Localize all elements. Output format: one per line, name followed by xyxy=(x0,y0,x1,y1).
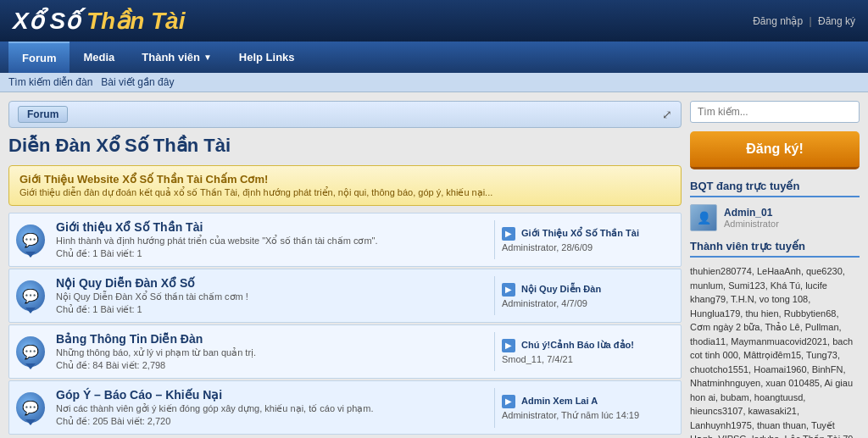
last-post-by: Administrator, 28/6/09 xyxy=(502,242,674,252)
forum-icon: 💬 xyxy=(16,225,45,255)
announcement-body: Giới thiệu diễn đàn dự đoán kết quả xổ s… xyxy=(19,187,670,198)
subnav-link-recent[interactable]: Bài viết gần đây xyxy=(101,76,174,88)
search-input[interactable] xyxy=(690,101,860,123)
members-online-list: thuhien280774, LeHaaAnh, que6230, munlum… xyxy=(690,264,860,438)
forum-stats: Chủ đề: 1 Bài viết: 1 xyxy=(56,304,490,315)
subnav-link-search[interactable]: Tìm kiếm diễn đàn xyxy=(8,76,92,88)
announcement-title: Giới Thiệu Website Xổ Số Thần Tài Chấm C… xyxy=(19,173,670,186)
forum-desc: Nơi các thành viên gởi ý kiến đóng góp x… xyxy=(56,403,490,414)
forum-row: 💬 Nội Quy Diễn Đàn Xổ Số Nội Quy Diễn Đà… xyxy=(8,269,682,323)
nav-item-members[interactable]: Thành viên ▼ xyxy=(128,42,225,73)
nav-item-forum[interactable]: Forum xyxy=(8,42,70,73)
sidebar: Đăng ký! BQT đang trực tuyến 👤 Admin_01 … xyxy=(690,101,860,438)
site-header: Xổ Số Thần Tài Đăng nhập | Đăng ký xyxy=(0,0,868,42)
forum-list: 💬 Giới thiệu Xổ Số Thần Tài Hình thành v… xyxy=(8,213,682,435)
forum-icon: 💬 xyxy=(16,392,45,423)
last-post-title[interactable]: Giới Thiệu Xổ Số Thần Tài xyxy=(521,228,639,238)
content-area: Forum ⤢ Diễn Đàn Xổ Số Thần Tài Giới Thi… xyxy=(8,101,682,438)
forum-icon-cell: 💬 xyxy=(9,218,52,262)
forum-info-cell: Nội Quy Diễn Đàn Xổ Số Nội Quy Diễn Đàn … xyxy=(52,269,494,322)
header-auth-links: Đăng nhập | Đăng ký xyxy=(753,15,855,27)
site-title-highlight: Thần Tài xyxy=(86,8,186,34)
last-post-title[interactable]: Nội Quy Diễn Đàn xyxy=(521,284,601,294)
chevron-down-icon: ▼ xyxy=(203,53,212,62)
expand-icon[interactable]: ⤢ xyxy=(662,108,672,121)
forum-row: 💬 Giới thiệu Xổ Số Thần Tài Hình thành v… xyxy=(8,213,682,267)
nav-item-help[interactable]: Help Links xyxy=(225,42,309,73)
announcement-box: Giới Thiệu Website Xổ Số Thần Tài Chấm C… xyxy=(8,165,682,206)
last-post-title[interactable]: Admin Xem Lai A xyxy=(521,395,598,405)
forum-name[interactable]: Bảng Thông Tin Diễn Đàn xyxy=(56,332,490,346)
admin-name[interactable]: Admin_01 xyxy=(724,207,779,219)
forum-stats: Chủ đề: 84 Bài viết: 2,798 xyxy=(56,360,490,371)
forum-name[interactable]: Góp Ý – Báo Cáo – Khiếu Nại xyxy=(56,388,490,402)
forum-icon-cell: 💬 xyxy=(9,385,52,430)
forum-last-post: ▶ Chú ý!Cảnh Báo lừa đảo! Smod_11, 7/4/2… xyxy=(494,332,681,371)
site-title-plain: Xổ Số xyxy=(13,8,86,34)
register-button[interactable]: Đăng ký! xyxy=(690,131,860,169)
forum-info-cell: Góp Ý – Báo Cáo – Khiếu Nại Nơi các thàn… xyxy=(52,381,494,434)
forum-stats: Chủ đề: 1 Bài viết: 1 xyxy=(56,248,490,259)
last-post-icon: ▶ xyxy=(502,283,515,297)
login-link[interactable]: Đăng nhập xyxy=(753,15,803,27)
bqt-section-title: BQT đang trực tuyến xyxy=(690,180,860,197)
sep: | xyxy=(810,15,815,27)
members-section-title: Thành viên trực tuyến xyxy=(690,240,860,258)
breadcrumb-bar: Forum ⤢ xyxy=(8,101,682,128)
last-post-by: Smod_11, 7/4/21 xyxy=(502,354,674,364)
main-navbar: Forum Media Thành viên ▼ Help Links xyxy=(0,42,868,73)
last-post-title[interactable]: Chú ý!Cảnh Báo lừa đảo! xyxy=(521,340,634,350)
last-post-icon: ▶ xyxy=(502,395,515,408)
sub-navbar: Tìm kiếm diễn đàn Bài viết gần đây xyxy=(0,73,868,92)
forum-row: 💬 Bảng Thông Tin Diễn Đàn Những thông bá… xyxy=(8,324,682,379)
forum-icon: 💬 xyxy=(16,336,45,367)
avatar: 👤 xyxy=(690,204,717,231)
forum-name[interactable]: Nội Quy Diễn Đàn Xổ Số xyxy=(56,276,490,290)
last-post-by: Administrator, Thứ năm lúc 14:19 xyxy=(502,410,674,421)
forum-desc: Hình thành và định hướng phát triển của … xyxy=(56,236,490,247)
admin-info: Admin_01 Administrator xyxy=(724,207,779,229)
forum-last-post: ▶ Giới Thiệu Xổ Số Thần Tài Administrato… xyxy=(494,220,681,259)
admin-role: Administrator xyxy=(724,219,779,229)
forum-icon-cell: 💬 xyxy=(9,330,52,374)
forum-name[interactable]: Giới thiệu Xổ Số Thần Tài xyxy=(56,220,490,234)
members-section: Thành viên trực tuyến thuhien280774, LeH… xyxy=(690,240,860,438)
forum-row: 💬 Góp Ý – Báo Cáo – Khiếu Nại Nơi các th… xyxy=(8,380,682,435)
nav-item-media[interactable]: Media xyxy=(70,42,128,73)
page-title: Diễn Đàn Xổ Số Thần Tài xyxy=(8,135,682,157)
breadcrumb-forum[interactable]: Forum xyxy=(18,106,68,123)
online-admin: 👤 Admin_01 Administrator xyxy=(690,204,860,231)
forum-info-cell: Giới thiệu Xổ Số Thần Tài Hình thành và … xyxy=(52,213,494,266)
register-link[interactable]: Đăng ký xyxy=(818,15,855,27)
forum-info-cell: Bảng Thông Tin Diễn Đàn Những thông báo,… xyxy=(52,325,494,378)
forum-icon-cell: 💬 xyxy=(9,274,52,318)
forum-desc: Những thông báo, xử lý vi phạm từ ban qu… xyxy=(56,347,490,358)
last-post-icon: ▶ xyxy=(502,339,515,352)
bqt-section: BQT đang trực tuyến 👤 Admin_01 Administr… xyxy=(690,180,860,231)
forum-desc: Nội Quy Diễn Đàn Xổ Số thần tài chấm cơm… xyxy=(56,291,490,302)
forum-last-post: ▶ Admin Xem Lai A Administrator, Thứ năm… xyxy=(494,388,681,428)
last-post-icon: ▶ xyxy=(502,227,515,241)
sidebar-search xyxy=(690,101,860,123)
site-logo[interactable]: Xổ Số Thần Tài xyxy=(13,7,185,35)
forum-last-post: ▶ Nội Quy Diễn Đàn Administrator, 4/7/09 xyxy=(494,276,681,315)
forum-icon: 💬 xyxy=(16,280,45,311)
last-post-by: Administrator, 4/7/09 xyxy=(502,298,674,308)
forum-stats: Chủ đề: 205 Bài viết: 2,720 xyxy=(56,416,490,427)
main-container: Forum ⤢ Diễn Đàn Xổ Số Thần Tài Giới Thi… xyxy=(0,92,868,438)
